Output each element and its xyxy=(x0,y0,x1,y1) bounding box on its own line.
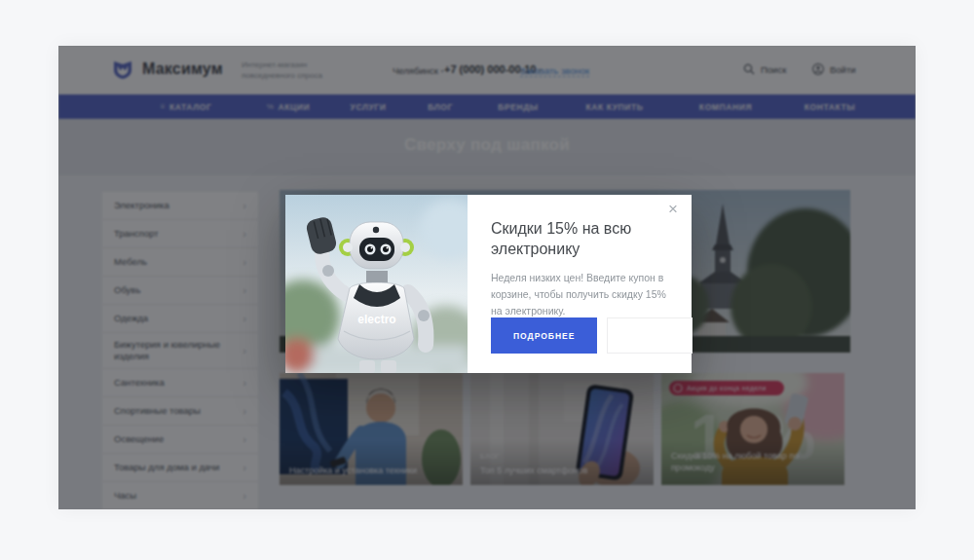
secondary-button[interactable] xyxy=(607,317,693,354)
modal-actions: ПОДРОБНЕЕ xyxy=(491,317,693,354)
modal-title: Скидки 15% на всю электронику xyxy=(491,218,671,259)
modal-robot-image: electro xyxy=(285,195,468,373)
site-window: Максимум Интернет-магазин повседневного … xyxy=(58,46,916,509)
promo-modal: electro × Скидки 15% на всю электронику xyxy=(285,195,692,373)
robot-chest-label: electro xyxy=(357,313,395,326)
details-button[interactable]: ПОДРОБНЕЕ xyxy=(491,317,597,354)
modal-text: Неделя низких цен! Введите купон в корзи… xyxy=(491,270,678,319)
modal-content: × Скидки 15% на всю электронику Неделя н… xyxy=(468,195,692,373)
close-icon[interactable]: × xyxy=(668,201,678,217)
